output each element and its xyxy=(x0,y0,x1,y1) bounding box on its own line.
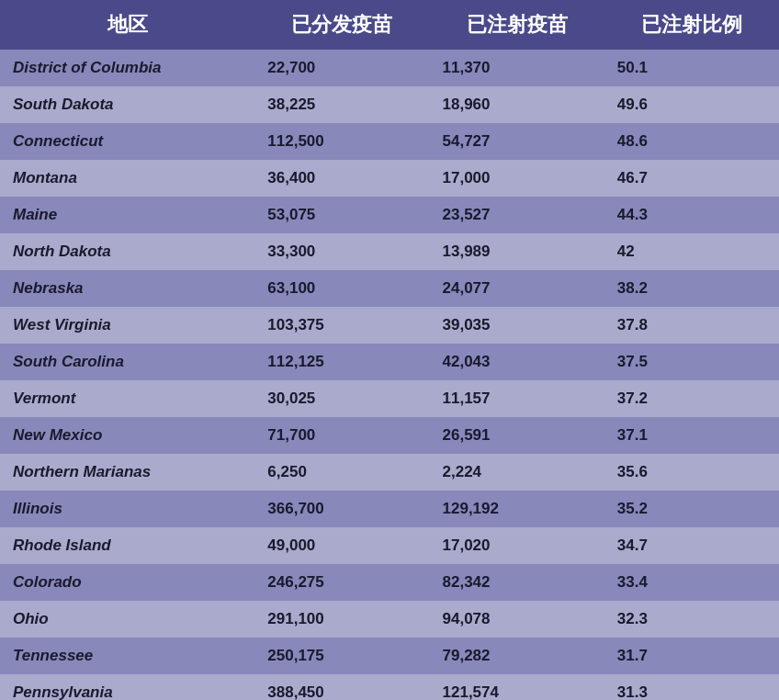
table-row: Illinois366,700129,19235.2 xyxy=(0,491,779,527)
cell-region: West Virginia xyxy=(0,307,254,344)
cell-distributed: 103,375 xyxy=(254,307,429,344)
col-header-injected: 已注射疫苗 xyxy=(430,0,604,50)
cell-distributed: 6,250 xyxy=(254,454,429,491)
cell-injected: 54,727 xyxy=(430,123,604,160)
cell-ratio: 31.3 xyxy=(604,674,779,700)
cell-region: Vermont xyxy=(0,380,254,417)
cell-region: South Dakota xyxy=(0,86,254,123)
cell-distributed: 250,175 xyxy=(254,638,429,674)
cell-distributed: 112,500 xyxy=(254,123,429,160)
vaccine-table: 地区 已分发疫苗 已注射疫苗 已注射比例 District of Columbi… xyxy=(0,0,779,700)
cell-distributed: 291,100 xyxy=(254,601,429,638)
table-row: District of Columbia22,70011,37050.1 xyxy=(0,50,779,86)
cell-ratio: 38.2 xyxy=(604,270,779,307)
cell-injected: 23,527 xyxy=(430,197,604,233)
cell-region: Nebraska xyxy=(0,270,254,307)
cell-distributed: 366,700 xyxy=(254,491,429,527)
cell-injected: 129,192 xyxy=(430,491,604,527)
table-row: Northern Marianas6,2502,22435.6 xyxy=(0,454,779,491)
table-row: Tennessee250,17579,28231.7 xyxy=(0,638,779,674)
cell-ratio: 31.7 xyxy=(604,638,779,674)
cell-ratio: 37.1 xyxy=(604,417,779,454)
cell-ratio: 50.1 xyxy=(604,50,779,86)
cell-distributed: 246,275 xyxy=(254,564,429,601)
table-row: Ohio291,10094,07832.3 xyxy=(0,601,779,638)
cell-injected: 11,157 xyxy=(430,380,604,417)
table-row: Connecticut112,50054,72748.6 xyxy=(0,123,779,160)
cell-ratio: 48.6 xyxy=(604,123,779,160)
cell-region: South Carolina xyxy=(0,344,254,380)
cell-region: Illinois xyxy=(0,491,254,527)
table-row: Vermont30,02511,15737.2 xyxy=(0,380,779,417)
cell-region: Colorado xyxy=(0,564,254,601)
cell-distributed: 63,100 xyxy=(254,270,429,307)
cell-distributed: 53,075 xyxy=(254,197,429,233)
cell-injected: 79,282 xyxy=(430,638,604,674)
cell-injected: 26,591 xyxy=(430,417,604,454)
cell-region: District of Columbia xyxy=(0,50,254,86)
cell-ratio: 34.7 xyxy=(604,527,779,564)
cell-region: Northern Marianas xyxy=(0,454,254,491)
cell-distributed: 33,300 xyxy=(254,233,429,270)
cell-ratio: 42 xyxy=(604,233,779,270)
cell-distributed: 112,125 xyxy=(254,344,429,380)
cell-region: North Dakota xyxy=(0,233,254,270)
table-row: Pennsylvania388,450121,57431.3 xyxy=(0,674,779,700)
col-header-region: 地区 xyxy=(0,0,254,50)
cell-injected: 24,077 xyxy=(430,270,604,307)
table-row: Nebraska63,10024,07738.2 xyxy=(0,270,779,307)
cell-region: Tennessee xyxy=(0,638,254,674)
table-row: Rhode Island49,00017,02034.7 xyxy=(0,527,779,564)
cell-distributed: 36,400 xyxy=(254,160,429,197)
cell-ratio: 32.3 xyxy=(604,601,779,638)
cell-injected: 42,043 xyxy=(430,344,604,380)
cell-injected: 17,000 xyxy=(430,160,604,197)
cell-ratio: 37.8 xyxy=(604,307,779,344)
cell-distributed: 71,700 xyxy=(254,417,429,454)
cell-region: Ohio xyxy=(0,601,254,638)
col-header-ratio: 已注射比例 xyxy=(604,0,779,50)
table-header-row: 地区 已分发疫苗 已注射疫苗 已注射比例 xyxy=(0,0,779,50)
table-row: New Mexico71,70026,59137.1 xyxy=(0,417,779,454)
cell-region: Pennsylvania xyxy=(0,674,254,700)
cell-region: Connecticut xyxy=(0,123,254,160)
table-row: South Dakota38,22518,96049.6 xyxy=(0,86,779,123)
col-header-distributed: 已分发疫苗 xyxy=(254,0,429,50)
cell-distributed: 30,025 xyxy=(254,380,429,417)
cell-injected: 13,989 xyxy=(430,233,604,270)
cell-distributed: 49,000 xyxy=(254,527,429,564)
cell-ratio: 37.5 xyxy=(604,344,779,380)
cell-injected: 121,574 xyxy=(430,674,604,700)
cell-injected: 17,020 xyxy=(430,527,604,564)
cell-injected: 39,035 xyxy=(430,307,604,344)
cell-ratio: 44.3 xyxy=(604,197,779,233)
cell-region: Montana xyxy=(0,160,254,197)
cell-region: Maine xyxy=(0,197,254,233)
cell-region: Rhode Island xyxy=(0,527,254,564)
cell-ratio: 49.6 xyxy=(604,86,779,123)
table-row: Montana36,40017,00046.7 xyxy=(0,160,779,197)
cell-injected: 2,224 xyxy=(430,454,604,491)
table-row: Colorado246,27582,34233.4 xyxy=(0,564,779,601)
table-row: West Virginia103,37539,03537.8 xyxy=(0,307,779,344)
cell-distributed: 38,225 xyxy=(254,86,429,123)
cell-ratio: 46.7 xyxy=(604,160,779,197)
cell-ratio: 37.2 xyxy=(604,380,779,417)
cell-ratio: 33.4 xyxy=(604,564,779,601)
cell-distributed: 388,450 xyxy=(254,674,429,700)
table-row: Maine53,07523,52744.3 xyxy=(0,197,779,233)
cell-region: New Mexico xyxy=(0,417,254,454)
cell-injected: 94,078 xyxy=(430,601,604,638)
cell-ratio: 35.2 xyxy=(604,491,779,527)
table-row: South Carolina112,12542,04337.5 xyxy=(0,344,779,380)
cell-injected: 11,370 xyxy=(430,50,604,86)
table-row: North Dakota33,30013,98942 xyxy=(0,233,779,270)
cell-injected: 18,960 xyxy=(430,86,604,123)
cell-injected: 82,342 xyxy=(430,564,604,601)
cell-ratio: 35.6 xyxy=(604,454,779,491)
cell-distributed: 22,700 xyxy=(254,50,429,86)
